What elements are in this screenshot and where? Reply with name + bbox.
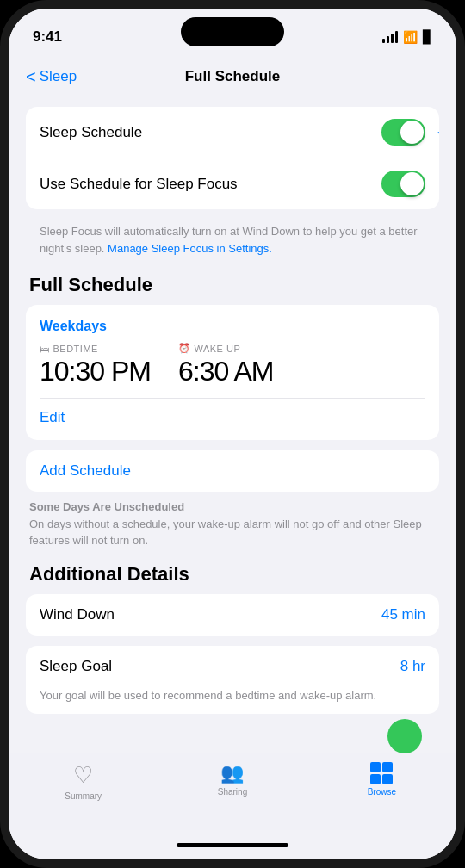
home-bar	[177, 843, 288, 847]
sleep-goal-row: Sleep Goal 8 hr	[26, 646, 439, 687]
status-icons: 📶 ▊	[382, 30, 432, 44]
nav-title: Full Schedule	[185, 68, 281, 85]
back-chevron-icon: <	[26, 68, 36, 85]
blue-arrow-indicator	[437, 125, 439, 140]
back-button[interactable]: < Sleep	[26, 68, 77, 85]
browse-icon	[370, 762, 393, 784]
nav-bar: < Sleep Full Schedule	[9, 55, 456, 98]
wakeup-value: 6:30 AM	[178, 356, 273, 388]
sleep-goal-card[interactable]: Sleep Goal 8 hr Your goal will be used t…	[26, 646, 439, 715]
toggle-knob-2	[400, 172, 424, 195]
back-label: Sleep	[40, 68, 77, 85]
add-schedule-card[interactable]: Add Schedule	[26, 450, 439, 492]
schedule-divider	[40, 398, 425, 399]
summary-tab-label: Summary	[65, 791, 102, 801]
bedtime-value: 10:30 PM	[40, 356, 151, 388]
schedule-card: Weekdays 🛏 BEDTIME 10:30 PM ⏰ WAKE UP 6:…	[26, 305, 439, 440]
wakeup-block: ⏰ WAKE UP 6:30 AM	[178, 343, 273, 388]
green-circle	[388, 719, 422, 753]
bed-icon: 🛏	[40, 344, 50, 354]
use-schedule-toggle[interactable]	[381, 170, 425, 197]
additional-details-title: Additional Details	[29, 563, 439, 586]
wakeup-label: ⏰ WAKE UP	[178, 343, 273, 354]
manage-focus-link[interactable]: Manage Sleep Focus in Settings.	[108, 242, 272, 255]
green-circle-peek	[26, 719, 439, 753]
edit-button[interactable]: Edit	[40, 409, 65, 425]
sleep-goal-note: Your goal will be used to recommend a be…	[26, 687, 439, 715]
bedtime-block: 🛏 BEDTIME 10:30 PM	[40, 344, 151, 388]
bedtime-label: 🛏 BEDTIME	[40, 344, 151, 354]
sharing-tab-label: Sharing	[218, 787, 247, 797]
sleep-schedule-label: Sleep Schedule	[40, 124, 142, 141]
sleep-goal-label: Sleep Goal	[40, 658, 112, 675]
battery-icon: ▊	[423, 30, 432, 44]
alarm-icon: ⏰	[178, 343, 191, 354]
phone-frame: 9:41 📶 ▊ < Sleep Full Schedule Sleep Sch…	[0, 0, 465, 868]
browse-tab-label: Browse	[368, 787, 396, 797]
unscheduled-title: Some Days Are Unscheduled	[29, 500, 184, 513]
wind-down-card[interactable]: Wind Down 45 min	[26, 594, 439, 636]
focus-info-text: Sleep Focus will automatically turn on a…	[26, 220, 439, 267]
use-schedule-row: Use Schedule for Sleep Focus	[26, 158, 439, 209]
status-bar: 9:41 📶 ▊	[9, 9, 456, 55]
unscheduled-note: Some Days Are Unscheduled On days withou…	[26, 499, 439, 549]
tab-browse[interactable]: Browse	[347, 762, 416, 797]
sleep-schedule-toggle-container	[381, 119, 425, 146]
sharing-icon: 👥	[220, 762, 244, 784]
home-indicator	[9, 830, 456, 859]
wind-down-row: Wind Down 45 min	[26, 594, 439, 636]
signal-bars-icon	[382, 31, 398, 43]
full-schedule-section-title: Full Schedule	[29, 274, 439, 296]
tab-sharing[interactable]: 👥 Sharing	[198, 762, 267, 797]
sleep-schedule-toggle[interactable]	[381, 119, 425, 146]
toggle-knob	[400, 121, 424, 144]
scroll-area: Sleep Schedule Use Schedule for Sleep Fo…	[9, 98, 456, 753]
toggles-card: Sleep Schedule Use Schedule for Sleep Fo…	[26, 107, 439, 209]
wind-down-value: 45 min	[381, 606, 425, 623]
dynamic-island	[181, 17, 284, 46]
tab-bar: ♡ Summary 👥 Sharing Browse	[9, 753, 456, 830]
sleep-schedule-row: Sleep Schedule	[26, 107, 439, 158]
add-schedule-label[interactable]: Add Schedule	[40, 462, 131, 479]
unscheduled-body: On days without a schedule, your wake-up…	[29, 518, 422, 548]
wind-down-label: Wind Down	[40, 606, 115, 623]
sleep-goal-value: 8 hr	[400, 658, 425, 675]
status-time: 9:41	[33, 28, 62, 46]
schedule-times: 🛏 BEDTIME 10:30 PM ⏰ WAKE UP 6:30 AM	[40, 343, 425, 388]
heart-icon: ♡	[73, 762, 93, 789]
use-schedule-label: Use Schedule for Sleep Focus	[40, 176, 238, 193]
arrow-head-icon	[437, 125, 439, 140]
tab-summary[interactable]: ♡ Summary	[49, 762, 118, 801]
wifi-icon: 📶	[403, 30, 418, 44]
schedule-day: Weekdays	[40, 319, 425, 334]
